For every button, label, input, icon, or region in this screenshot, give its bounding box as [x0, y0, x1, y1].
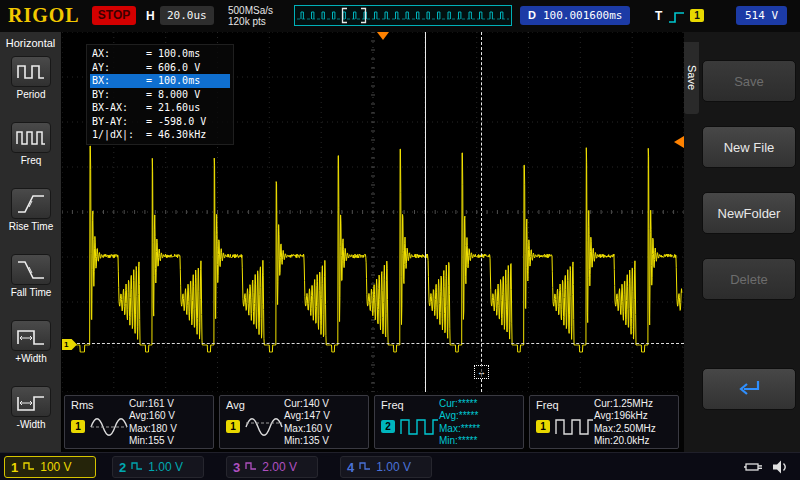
channel1-waveform — [62, 146, 682, 352]
cursor-row-label: BY-AY: — [92, 115, 146, 129]
measurement-cell-freq-ch1[interactable]: Freq 1 Cur:1.25MHz Avg:196kHz Max:2.50MH… — [529, 395, 679, 449]
new-folder-button-label: NewFolder — [718, 206, 781, 221]
minus-width-icon — [11, 386, 51, 417]
menu-title: Horizontal — [0, 32, 61, 49]
channel-scale: 2.00 V — [262, 460, 297, 474]
cursor-row-label: AY: — [92, 61, 146, 75]
sidebar-item-label: Period — [0, 89, 62, 100]
cursor-a-line[interactable] — [425, 32, 426, 392]
cursor-row-bx-ax[interactable]: BX-AX: = 21.60us — [90, 101, 230, 115]
measurement-max: Max:160 V — [284, 423, 364, 435]
measurement-cell-avg[interactable]: Avg 1 Cur:140 V Avg:147 V Max:160 V Min:… — [219, 395, 369, 449]
delay-value: 100.001600ms — [543, 9, 622, 22]
measurement-max: Max:2.50MHz — [594, 423, 674, 435]
delay-label: D — [528, 9, 536, 21]
sidebar-item-label: -Width — [0, 419, 62, 430]
new-file-button-label: New File — [724, 140, 775, 155]
trigger-level-value: 514 V — [736, 6, 787, 25]
sidebar-item-label: Freq — [0, 155, 62, 166]
cursor-measurement-panel: AX: = 100.0ms AY: = 606.0 V BX: = 100.0m… — [86, 44, 234, 145]
cursor-b-line[interactable] — [481, 32, 482, 392]
channel-badge: 1 — [71, 420, 85, 433]
avg-waveform-icon — [245, 416, 285, 442]
cursor-row-value: = 46.30kHz — [146, 128, 206, 142]
top-status-bar: RIGOL STOP H 20.0us 500MSa/s 120k pts D1… — [0, 0, 800, 32]
measurement-values: Cur:***** Avg:***** Max:***** Min:***** — [439, 398, 519, 448]
delete-button-label: Delete — [730, 272, 768, 287]
new-file-button[interactable]: New File — [702, 126, 796, 168]
trigger-channel-badge: 1 — [690, 9, 704, 22]
channel-number: 4 — [347, 460, 354, 475]
cursor-row-label: BX: — [92, 74, 146, 88]
coupling-icon — [245, 460, 257, 474]
cursor-b-handle[interactable]: ↔ — [474, 365, 489, 379]
cursor-row-value: = 100.0ms — [146, 47, 200, 61]
channel-badge: 1 — [226, 420, 240, 433]
measurement-cur: Cur:161 V — [129, 398, 209, 410]
measurement-values: Cur:161 V Avg:160 V Max:180 V Min:155 V — [129, 398, 209, 448]
measurement-min: Min:135 V — [284, 435, 364, 447]
channel-badge: 1 — [536, 420, 550, 433]
measurement-avg: Avg:***** — [439, 410, 519, 422]
measurement-avg: Avg:147 V — [284, 410, 364, 422]
measurement-values: Cur:140 V Avg:147 V Max:160 V Min:135 V — [284, 398, 364, 448]
oscilloscope-screen: RIGOL STOP H 20.0us 500MSa/s 120k pts D1… — [0, 0, 800, 480]
channel-number: 2 — [119, 460, 126, 475]
memory-depth: 120k pts — [228, 16, 273, 27]
cursor-row-by-ay[interactable]: BY-AY: = -598.0 V — [90, 115, 230, 129]
trigger-slope-icon — [668, 10, 685, 28]
cursor-row-ay[interactable]: AY: = 606.0 V — [90, 61, 230, 75]
cursor-row-value: = -598.0 V — [146, 115, 206, 129]
measurement-name: Avg — [226, 399, 245, 411]
channel-4-box[interactable]: 4 1.00 V — [340, 456, 432, 478]
channel-3-box[interactable]: 3 2.00 V — [226, 456, 318, 478]
sidebar-item-freq[interactable]: Freq — [0, 120, 62, 182]
cursor-row-ax[interactable]: AX: = 100.0ms — [90, 47, 230, 61]
measurement-values: Cur:1.25MHz Avg:196kHz Max:2.50MHz Min:2… — [594, 398, 674, 448]
sidebar-item-fall-time[interactable]: Fall Time — [0, 252, 62, 314]
fall-time-icon — [11, 254, 51, 285]
cursor-row-label: AX: — [92, 47, 146, 61]
measurement-cell-rms[interactable]: Rms 1 Cur:161 V Avg:160 V Max:180 V Min:… — [64, 395, 214, 449]
measurement-max: Max:180 V — [129, 423, 209, 435]
cursor-row-label: 1/|dX|: — [92, 128, 146, 142]
cursor-row-by[interactable]: BY: = 8.000 V — [90, 88, 230, 102]
trigger-delay-marker[interactable] — [377, 32, 389, 40]
rms-waveform-icon — [90, 416, 130, 442]
trigger-level-marker[interactable] — [674, 136, 684, 148]
channel-status-bar: 1 100 V 2 1.00 V 3 2.00 V 4 1.00 V — [0, 452, 800, 480]
channel-2-box[interactable]: 2 1.00 V — [112, 456, 204, 478]
acquisition-readout: 500MSa/s 120k pts — [228, 5, 273, 27]
measurement-cell-freq-ch2[interactable]: Freq 2 Cur:***** Avg:***** Max:***** Min… — [374, 395, 524, 449]
channel-number: 3 — [233, 460, 240, 475]
save-button-label: Save — [734, 74, 764, 89]
freq-icon — [11, 122, 51, 153]
save-menu-panel: Save Save New File NewFolder Delete — [684, 32, 800, 452]
timebase-value: 20.0us — [160, 6, 214, 25]
measurement-name: Freq — [381, 399, 404, 411]
cursor-row-label: BX-AX: — [92, 101, 146, 115]
usb-icon — [744, 459, 766, 479]
channel-scale: 1.00 V — [376, 460, 411, 474]
cursor-y-line[interactable] — [62, 343, 684, 344]
new-folder-button[interactable]: NewFolder — [702, 192, 796, 234]
cursor-row-bx[interactable]: BX: = 100.0ms — [90, 74, 230, 88]
sidebar-item-minus-width[interactable]: -Width — [0, 384, 62, 446]
delay-readout: D100.001600ms — [520, 6, 630, 25]
period-icon — [11, 56, 51, 87]
channel-1-box[interactable]: 1 100 V — [4, 456, 96, 478]
coupling-icon — [131, 460, 143, 474]
measurement-min: Min:20.0kHz — [594, 435, 674, 447]
sidebar-item-label: Rise Time — [0, 221, 62, 232]
delete-button: Delete — [702, 258, 796, 300]
back-button[interactable] — [702, 368, 796, 410]
freq-waveform-icon — [400, 416, 440, 442]
measurement-avg: Avg:196kHz — [594, 410, 674, 422]
sidebar-item-rise-time[interactable]: Rise Time — [0, 186, 62, 248]
cursor-row-inv-dx[interactable]: 1/|dX|: = 46.30kHz — [90, 128, 230, 142]
measurement-max: Max:***** — [439, 423, 519, 435]
save-button: Save — [702, 60, 796, 102]
sidebar-item-period[interactable]: Period — [0, 54, 62, 116]
sidebar-item-plus-width[interactable]: +Width — [0, 318, 62, 380]
speaker-icon[interactable] — [772, 459, 790, 479]
